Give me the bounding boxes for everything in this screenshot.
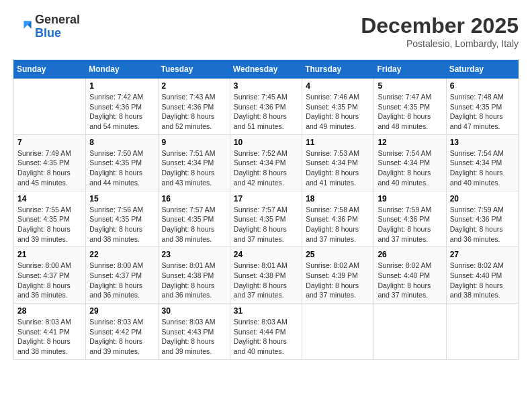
day-info: Sunrise: 7:57 AM Sunset: 4:35 PM Dayligh… <box>234 205 298 244</box>
weekday-header-tuesday: Tuesday <box>158 60 230 79</box>
day-info: Sunrise: 8:02 AM Sunset: 4:39 PM Dayligh… <box>306 261 370 300</box>
calendar-cell <box>14 79 86 135</box>
calendar-cell: 3Sunrise: 7:45 AM Sunset: 4:36 PM Daylig… <box>230 79 302 135</box>
day-info: Sunrise: 7:55 AM Sunset: 4:35 PM Dayligh… <box>17 205 82 244</box>
day-number: 2 <box>162 81 226 91</box>
day-info: Sunrise: 7:50 AM Sunset: 4:35 PM Dayligh… <box>89 148 154 188</box>
calendar-cell: 7Sunrise: 7:49 AM Sunset: 4:35 PM Daylig… <box>14 134 86 191</box>
day-info: Sunrise: 7:54 AM Sunset: 4:34 PM Dayligh… <box>450 148 515 188</box>
weekday-header-row: SundayMondayTuesdayWednesdayThursdayFrid… <box>14 60 519 79</box>
day-info: Sunrise: 8:02 AM Sunset: 4:40 PM Dayligh… <box>450 261 515 300</box>
day-info: Sunrise: 8:03 AM Sunset: 4:42 PM Dayligh… <box>89 317 154 357</box>
day-number: 7 <box>17 138 82 147</box>
calendar-cell: 5Sunrise: 7:47 AM Sunset: 4:35 PM Daylig… <box>374 79 446 135</box>
day-number: 29 <box>89 306 154 316</box>
day-info: Sunrise: 7:48 AM Sunset: 4:35 PM Dayligh… <box>450 92 515 132</box>
day-number: 6 <box>450 81 515 91</box>
week-row-4: 21Sunrise: 8:00 AM Sunset: 4:37 PM Dayli… <box>14 247 519 304</box>
day-number: 16 <box>162 194 226 203</box>
calendar-cell: 26Sunrise: 8:02 AM Sunset: 4:40 PM Dayli… <box>374 247 446 304</box>
calendar-cell: 12Sunrise: 7:54 AM Sunset: 4:34 PM Dayli… <box>374 134 446 191</box>
week-row-3: 14Sunrise: 7:55 AM Sunset: 4:35 PM Dayli… <box>14 191 519 247</box>
calendar-cell: 10Sunrise: 7:52 AM Sunset: 4:34 PM Dayli… <box>230 134 302 191</box>
calendar-cell: 2Sunrise: 7:43 AM Sunset: 4:36 PM Daylig… <box>158 79 230 135</box>
day-info: Sunrise: 8:02 AM Sunset: 4:40 PM Dayligh… <box>378 261 442 300</box>
calendar-cell: 23Sunrise: 8:01 AM Sunset: 4:38 PM Dayli… <box>158 247 230 304</box>
day-number: 8 <box>89 138 154 147</box>
day-info: Sunrise: 7:46 AM Sunset: 4:35 PM Dayligh… <box>306 92 370 132</box>
logo-general: General <box>35 13 80 26</box>
day-number: 19 <box>378 194 442 203</box>
day-info: Sunrise: 7:56 AM Sunset: 4:35 PM Dayligh… <box>89 205 154 244</box>
calendar-cell: 15Sunrise: 7:56 AM Sunset: 4:35 PM Dayli… <box>86 191 158 247</box>
day-number: 3 <box>234 81 298 91</box>
calendar-cell <box>446 304 518 360</box>
calendar-cell: 4Sunrise: 7:46 AM Sunset: 4:35 PM Daylig… <box>302 79 374 135</box>
day-number: 9 <box>162 138 226 147</box>
calendar-cell: 11Sunrise: 7:53 AM Sunset: 4:34 PM Dayli… <box>302 134 374 191</box>
calendar-cell: 9Sunrise: 7:51 AM Sunset: 4:34 PM Daylig… <box>158 134 230 191</box>
weekday-header-sunday: Sunday <box>14 60 86 79</box>
calendar-cell: 19Sunrise: 7:59 AM Sunset: 4:36 PM Dayli… <box>374 191 446 247</box>
calendar-cell: 22Sunrise: 8:00 AM Sunset: 4:37 PM Dayli… <box>86 247 158 304</box>
day-number: 31 <box>234 306 298 316</box>
calendar-cell <box>302 304 374 360</box>
day-info: Sunrise: 7:45 AM Sunset: 4:36 PM Dayligh… <box>234 92 298 132</box>
calendar-cell: 6Sunrise: 7:48 AM Sunset: 4:35 PM Daylig… <box>446 79 518 135</box>
day-number: 27 <box>450 250 515 259</box>
day-info: Sunrise: 7:43 AM Sunset: 4:36 PM Dayligh… <box>162 92 226 132</box>
day-number: 10 <box>234 138 298 147</box>
day-number: 18 <box>306 194 370 203</box>
day-number: 25 <box>306 250 370 259</box>
calendar-cell: 24Sunrise: 8:01 AM Sunset: 4:38 PM Dayli… <box>230 247 302 304</box>
day-info: Sunrise: 8:03 AM Sunset: 4:44 PM Dayligh… <box>234 317 298 357</box>
calendar-cell: 27Sunrise: 8:02 AM Sunset: 4:40 PM Dayli… <box>446 247 518 304</box>
day-number: 17 <box>234 194 298 203</box>
day-info: Sunrise: 8:01 AM Sunset: 4:38 PM Dayligh… <box>234 261 298 300</box>
week-row-1: 1Sunrise: 7:42 AM Sunset: 4:36 PM Daylig… <box>14 79 519 135</box>
calendar-cell: 21Sunrise: 8:00 AM Sunset: 4:37 PM Dayli… <box>14 247 86 304</box>
day-number: 4 <box>306 81 370 91</box>
day-info: Sunrise: 8:03 AM Sunset: 4:41 PM Dayligh… <box>17 317 82 357</box>
calendar-cell <box>374 304 446 360</box>
day-info: Sunrise: 7:53 AM Sunset: 4:34 PM Dayligh… <box>306 148 370 188</box>
calendar-cell: 18Sunrise: 7:58 AM Sunset: 4:36 PM Dayli… <box>302 191 374 247</box>
title-section: December 2025 Postalesio, Lombardy, Ital… <box>361 13 519 49</box>
location: Postalesio, Lombardy, Italy <box>361 38 519 49</box>
day-info: Sunrise: 7:42 AM Sunset: 4:36 PM Dayligh… <box>89 92 154 132</box>
logo: General Blue <box>13 13 80 40</box>
calendar-cell: 28Sunrise: 8:03 AM Sunset: 4:41 PM Dayli… <box>14 304 86 360</box>
logo-icon <box>13 17 32 36</box>
calendar-table: SundayMondayTuesdayWednesdayThursdayFrid… <box>13 60 519 360</box>
logo-text: General Blue <box>35 13 80 40</box>
day-number: 12 <box>378 138 442 147</box>
day-info: Sunrise: 8:03 AM Sunset: 4:43 PM Dayligh… <box>162 317 226 357</box>
calendar-cell: 30Sunrise: 8:03 AM Sunset: 4:43 PM Dayli… <box>158 304 230 360</box>
week-row-5: 28Sunrise: 8:03 AM Sunset: 4:41 PM Dayli… <box>14 304 519 360</box>
day-number: 24 <box>234 250 298 259</box>
month-title: December 2025 <box>361 13 519 38</box>
day-number: 15 <box>89 194 154 203</box>
day-info: Sunrise: 7:54 AM Sunset: 4:34 PM Dayligh… <box>378 148 442 188</box>
logo-blue: Blue <box>35 26 61 40</box>
calendar-cell: 29Sunrise: 8:03 AM Sunset: 4:42 PM Dayli… <box>86 304 158 360</box>
calendar-cell: 31Sunrise: 8:03 AM Sunset: 4:44 PM Dayli… <box>230 304 302 360</box>
day-info: Sunrise: 7:47 AM Sunset: 4:35 PM Dayligh… <box>378 92 442 132</box>
day-number: 13 <box>450 138 515 147</box>
weekday-header-thursday: Thursday <box>302 60 374 79</box>
weekday-header-monday: Monday <box>86 60 158 79</box>
calendar-cell: 16Sunrise: 7:57 AM Sunset: 4:35 PM Dayli… <box>158 191 230 247</box>
calendar-cell: 14Sunrise: 7:55 AM Sunset: 4:35 PM Dayli… <box>14 191 86 247</box>
day-number: 14 <box>17 194 82 203</box>
week-row-2: 7Sunrise: 7:49 AM Sunset: 4:35 PM Daylig… <box>14 134 519 191</box>
day-info: Sunrise: 7:52 AM Sunset: 4:34 PM Dayligh… <box>234 148 298 188</box>
calendar-cell: 8Sunrise: 7:50 AM Sunset: 4:35 PM Daylig… <box>86 134 158 191</box>
calendar-cell: 17Sunrise: 7:57 AM Sunset: 4:35 PM Dayli… <box>230 191 302 247</box>
day-number: 30 <box>162 306 226 316</box>
weekday-header-saturday: Saturday <box>446 60 518 79</box>
calendar-cell: 20Sunrise: 7:59 AM Sunset: 4:36 PM Dayli… <box>446 191 518 247</box>
day-info: Sunrise: 7:58 AM Sunset: 4:36 PM Dayligh… <box>306 205 370 244</box>
page-header: General Blue December 2025 Postalesio, L… <box>13 13 519 49</box>
calendar-cell: 1Sunrise: 7:42 AM Sunset: 4:36 PM Daylig… <box>86 79 158 135</box>
day-info: Sunrise: 8:00 AM Sunset: 4:37 PM Dayligh… <box>17 261 82 300</box>
